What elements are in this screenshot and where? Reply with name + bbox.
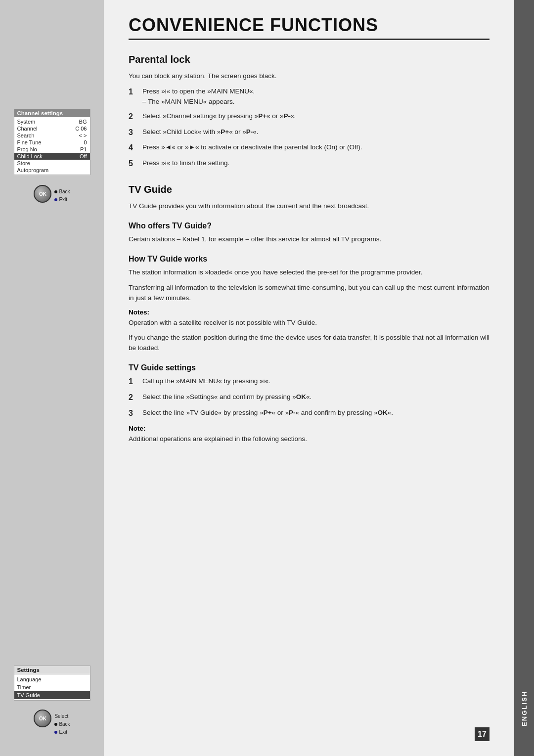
step-1: 1 Press »i« to open the »MAIN MENU«.– Th… — [129, 87, 490, 107]
tv-guide-intro: TV Guide provides you with information a… — [129, 201, 490, 212]
channel-row-childlock: Child LockOff — [14, 153, 90, 160]
parental-lock-heading: Parental lock — [129, 54, 490, 65]
left-sidebar: Channel settings SystemBG ChannelC 06 Se… — [0, 0, 104, 756]
back-dot-icon — [54, 190, 57, 193]
back-label-settings: Back — [54, 720, 70, 728]
tvg-step-1: 1 Call up the »MAIN MENU« by pressing »i… — [129, 376, 490, 388]
parental-lock-steps: 1 Press »i« to open the »MAIN MENU«.– Th… — [129, 87, 490, 170]
channel-row-finetune: Fine Tune0 — [14, 139, 90, 146]
who-offers-heading: Who offers TV Guide? — [129, 222, 490, 230]
select-label: Select — [54, 712, 70, 720]
step-3-number: 3 — [129, 127, 142, 139]
step-1-number: 1 — [129, 86, 142, 107]
back-label: Back — [54, 188, 70, 196]
channel-row-search: Search< > — [14, 132, 90, 139]
remote-labels-parental: Back Exit — [54, 188, 70, 204]
remote-labels-settings: Select Back Exit — [54, 712, 70, 736]
exit-dot-settings-icon — [54, 731, 57, 734]
channel-row-system: SystemBG — [14, 118, 90, 125]
channel-settings-sidebar: Channel settings SystemBG ChannelC 06 Se… — [0, 109, 104, 204]
how-works-text2: Transferring all information to the tele… — [129, 283, 490, 304]
step-2: 2 Select »Channel setting« by pressing »… — [129, 111, 490, 123]
tvg-step-3-text: Select the line »TV Guide« by pressing »… — [142, 408, 490, 420]
remote-ok-parental: OK Back Exit — [34, 185, 70, 204]
exit-label-settings: Exit — [54, 728, 70, 736]
step-3: 3 Select »Child Lock« with »P+« or »P-«. — [129, 127, 490, 139]
exit-label: Exit — [54, 196, 70, 204]
tvg-step-2-text: Select the line »Settings« and confirm b… — [142, 392, 490, 404]
step-5: 5 Press »i« to finish the setting. — [129, 158, 490, 170]
channel-settings-body: SystemBG ChannelC 06 Search< > Fine Tune… — [14, 117, 90, 175]
step-2-text: Select »Channel setting« by pressing »P+… — [142, 111, 490, 123]
tv-guide-settings-heading: TV Guide settings — [129, 363, 490, 372]
step-2-number: 2 — [129, 111, 142, 123]
back-dot-settings-icon — [54, 723, 57, 726]
channel-row-store: Store — [14, 160, 90, 167]
how-works-text1: The station information is »loaded« once… — [129, 267, 490, 278]
ok-button-icon: OK — [34, 185, 51, 203]
tv-guide-settings-steps: 1 Call up the »MAIN MENU« by pressing »i… — [129, 376, 490, 419]
who-offers-text: Certain stations – Kabel 1, for example … — [129, 234, 490, 245]
settings-body: Language Timer TV Guide — [14, 674, 90, 700]
page-title: CONVENIENCE FUNCTIONS — [129, 15, 490, 40]
channel-row-channel: ChannelC 06 — [14, 125, 90, 132]
step-5-number: 5 — [129, 158, 142, 170]
ok-button-settings-icon: OK — [34, 710, 51, 727]
main-content: CONVENIENCE FUNCTIONS Parental lock You … — [104, 0, 514, 756]
notes-note2: If you change the station position durin… — [129, 333, 490, 354]
tvg-step-1-text: Call up the »MAIN MENU« by pressing »i«. — [142, 376, 490, 388]
step-5-text: Press »i« to finish the setting. — [142, 158, 490, 170]
step-4-number: 4 — [129, 142, 142, 154]
exit-dot-icon — [54, 198, 57, 201]
channel-settings-header: Channel settings — [14, 109, 90, 117]
tvg-step-2: 2 Select the line »Settings« and confirm… — [129, 392, 490, 404]
language-label: ENGLISH — [521, 691, 528, 726]
remote-ok-settings: OK Select Back Exit — [34, 710, 70, 736]
tvg-step-2-number: 2 — [129, 392, 142, 404]
channel-row-autoprogram: Autoprogram — [14, 167, 90, 174]
parental-lock-intro: You can block any station. The screen go… — [129, 71, 490, 82]
settings-row-timer: Timer — [14, 683, 90, 691]
tv-guide-heading: TV Guide — [129, 184, 490, 195]
tvg-step-3: 3 Select the line »TV Guide« by pressing… — [129, 408, 490, 420]
step-4: 4 Press »◄« or »►« to activate or deacti… — [129, 142, 490, 154]
how-works-heading: How TV Guide works — [129, 255, 490, 264]
step-1-text: Press »i« to open the »MAIN MENU«.– The … — [142, 87, 490, 107]
channel-settings-box: Channel settings SystemBG ChannelC 06 Se… — [14, 109, 90, 175]
settings-row-language: Language — [14, 675, 90, 683]
channel-row-progno: Prog NoP1 — [14, 146, 90, 153]
final-note-label: Note: — [129, 425, 490, 432]
settings-row-tvguide: TV Guide — [14, 691, 90, 699]
page-number: 17 — [475, 727, 490, 741]
final-note-text: Additional operations are explained in t… — [129, 434, 490, 445]
notes-label: Notes: — [129, 309, 490, 316]
step-3-text: Select »Child Lock« with »P+« or »P-«. — [142, 127, 490, 139]
tvg-step-1-number: 1 — [129, 376, 142, 388]
settings-box: Settings Language Timer TV Guide — [14, 666, 90, 701]
tvg-step-3-number: 3 — [129, 407, 142, 420]
settings-header: Settings — [14, 666, 90, 674]
right-sidebar: ENGLISH — [514, 0, 534, 756]
step-4-text: Press »◄« or »►« to activate or deactiva… — [142, 142, 490, 154]
notes-note1: Operation with a satellite receiver is n… — [129, 318, 490, 328]
